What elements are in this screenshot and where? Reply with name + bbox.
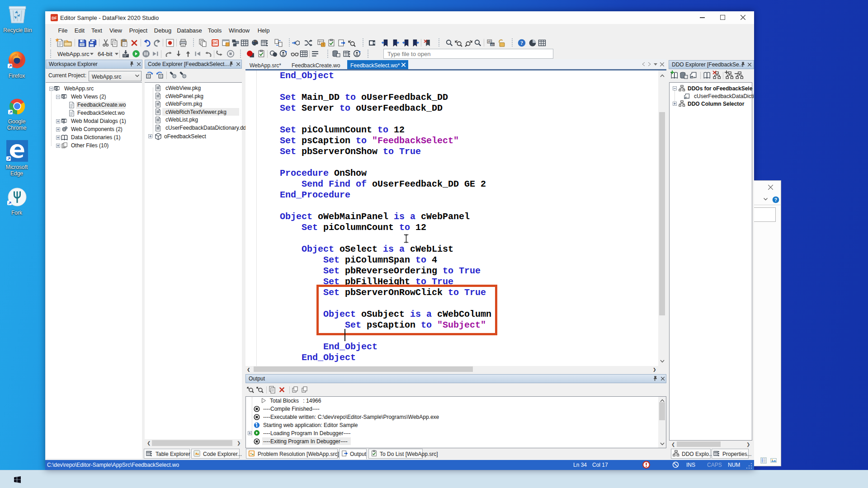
svg-text:?: ? [774, 197, 777, 202]
svg-text:DF: DF [52, 16, 57, 20]
